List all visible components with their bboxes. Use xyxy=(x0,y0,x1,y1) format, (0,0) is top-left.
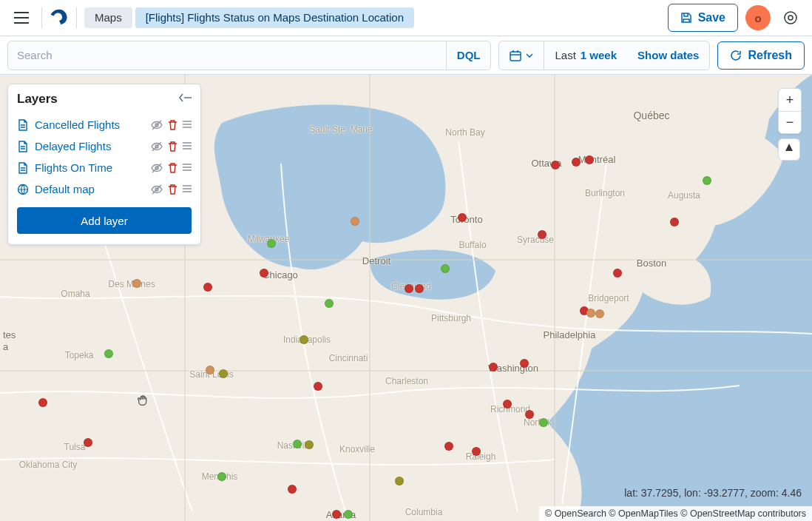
layer-item-label[interactable]: Cancelled Flights xyxy=(35,118,145,131)
flight-status-dot[interactable] xyxy=(441,264,450,273)
hide-layer-icon[interactable] xyxy=(151,184,163,195)
flight-status-dot[interactable] xyxy=(572,158,581,167)
flight-status-dot[interactable] xyxy=(344,510,353,519)
divider xyxy=(41,7,42,28)
flight-status-dot[interactable] xyxy=(444,442,453,451)
city-label: North Bay xyxy=(445,127,484,138)
delete-layer-icon[interactable] xyxy=(167,184,178,195)
help-icon[interactable] xyxy=(778,5,803,30)
save-button-label: Save xyxy=(698,11,725,24)
query-bar: DQL Last 1 week Show dates Refresh xyxy=(0,36,812,75)
flight-status-dot[interactable] xyxy=(260,269,268,278)
hide-layer-icon[interactable] xyxy=(151,119,163,131)
date-picker: Last 1 week Show dates xyxy=(498,41,710,70)
country-label-fragment: a xyxy=(3,341,8,352)
flight-status-dot[interactable] xyxy=(613,269,622,278)
compass-button[interactable] xyxy=(778,138,800,161)
refresh-button[interactable]: Refresh xyxy=(717,41,805,70)
svg-rect-2 xyxy=(510,52,521,61)
flight-status-dot[interactable] xyxy=(332,510,341,519)
flight-status-dot[interactable] xyxy=(525,410,534,419)
flight-status-dot[interactable] xyxy=(84,438,92,447)
delete-layer-icon[interactable] xyxy=(167,162,178,174)
flight-status-dot[interactable] xyxy=(300,335,308,344)
date-calendar-button[interactable] xyxy=(499,41,544,70)
flight-status-dot[interactable] xyxy=(415,284,424,293)
layers-panel-title: Layers xyxy=(17,92,58,107)
svg-point-1 xyxy=(788,16,793,20)
flight-status-dot[interactable] xyxy=(520,359,529,368)
search-input[interactable] xyxy=(8,49,446,61)
city-label: Omaha xyxy=(61,289,89,299)
opensearch-logo-icon[interactable] xyxy=(50,8,69,27)
dql-toggle[interactable]: DQL xyxy=(446,41,491,70)
menu-toggle-button[interactable] xyxy=(9,5,34,30)
hide-layer-icon[interactable] xyxy=(151,162,163,174)
flight-status-dot[interactable] xyxy=(586,309,595,317)
flight-status-dot[interactable] xyxy=(305,440,314,449)
flight-status-dot[interactable] xyxy=(458,213,467,222)
flight-status-dot[interactable] xyxy=(325,299,334,308)
breadcrumb-root[interactable]: Maps xyxy=(84,7,132,28)
flight-status-dot[interactable] xyxy=(351,217,359,226)
drag-handle-icon[interactable] xyxy=(183,119,192,131)
hide-layer-icon[interactable] xyxy=(151,141,163,152)
refresh-icon xyxy=(730,50,742,61)
drag-handle-icon[interactable] xyxy=(183,141,192,152)
breadcrumb-current[interactable]: [Flights] Flights Status on Maps Destina… xyxy=(135,7,414,28)
flight-status-dot[interactable] xyxy=(538,230,547,239)
save-button[interactable]: Save xyxy=(668,4,738,32)
city-label: Knoxville xyxy=(339,444,375,454)
zoom-in-button[interactable]: + xyxy=(779,89,801,111)
flight-status-dot[interactable] xyxy=(288,485,297,494)
date-quick-label[interactable]: Last 1 week xyxy=(544,41,627,70)
globe-icon xyxy=(17,184,29,195)
coordinate-readout: lat: 37.7295, lon: -93.2777, zoom: 4.46 xyxy=(624,487,802,499)
flight-status-dot[interactable] xyxy=(670,218,679,226)
city-label: Toronto xyxy=(450,214,482,225)
show-dates-button[interactable]: Show dates xyxy=(627,41,709,70)
flight-status-dot[interactable] xyxy=(38,398,47,407)
flight-status-dot[interactable] xyxy=(405,284,413,293)
user-avatar[interactable]: o xyxy=(745,5,771,30)
layer-item: Cancelled Flights xyxy=(8,114,200,135)
city-label: Pittsburgh xyxy=(431,313,471,323)
city-label: Charleston xyxy=(385,376,428,386)
add-layer-button[interactable]: Add layer xyxy=(17,207,192,234)
drag-handle-icon[interactable] xyxy=(183,162,192,174)
flight-status-dot[interactable] xyxy=(104,349,113,358)
flight-status-dot[interactable] xyxy=(703,176,711,185)
country-label-fragment: tes xyxy=(3,329,16,340)
map-attribution: © OpenSearch © OpenMapTiles © OpenStreet… xyxy=(539,506,812,521)
flight-status-dot[interactable] xyxy=(395,477,404,485)
flight-status-dot[interactable] xyxy=(585,155,594,164)
layer-item-label[interactable]: Delayed Flights xyxy=(35,140,145,152)
drag-handle-icon[interactable] xyxy=(183,184,192,195)
breadcrumb: Maps [Flights] Flights Status on Maps De… xyxy=(84,7,414,28)
flight-status-dot[interactable] xyxy=(314,382,322,391)
layer-item-label[interactable]: Flights On Time xyxy=(35,161,145,174)
collapse-panel-icon[interactable] xyxy=(178,93,192,106)
flight-status-dot[interactable] xyxy=(203,283,212,292)
layer-item-label[interactable]: Default map xyxy=(35,183,145,195)
flight-status-dot[interactable] xyxy=(539,418,548,427)
delete-layer-icon[interactable] xyxy=(167,119,178,131)
flight-status-dot[interactable] xyxy=(267,239,276,248)
flight-status-dot[interactable] xyxy=(551,161,560,169)
flight-status-dot[interactable] xyxy=(472,447,481,456)
flight-status-dot[interactable] xyxy=(489,363,498,372)
flight-status-dot[interactable] xyxy=(219,369,228,378)
zoom-out-button[interactable]: − xyxy=(779,111,801,133)
flight-status-dot[interactable] xyxy=(293,440,302,448)
grab-cursor-icon xyxy=(136,392,152,409)
flight-status-dot[interactable] xyxy=(132,279,141,288)
flight-status-dot[interactable] xyxy=(595,309,604,318)
city-label: Augusta xyxy=(668,190,700,201)
flight-status-dot[interactable] xyxy=(206,366,214,374)
layer-item: Delayed Flights xyxy=(8,135,200,157)
refresh-button-label: Refresh xyxy=(748,49,792,62)
flight-status-dot[interactable] xyxy=(503,400,512,409)
map-canvas[interactable]: tes a Sault Ste. MarieNorth BayQuébecOtt… xyxy=(0,75,812,521)
flight-status-dot[interactable] xyxy=(217,472,226,481)
delete-layer-icon[interactable] xyxy=(167,141,178,152)
